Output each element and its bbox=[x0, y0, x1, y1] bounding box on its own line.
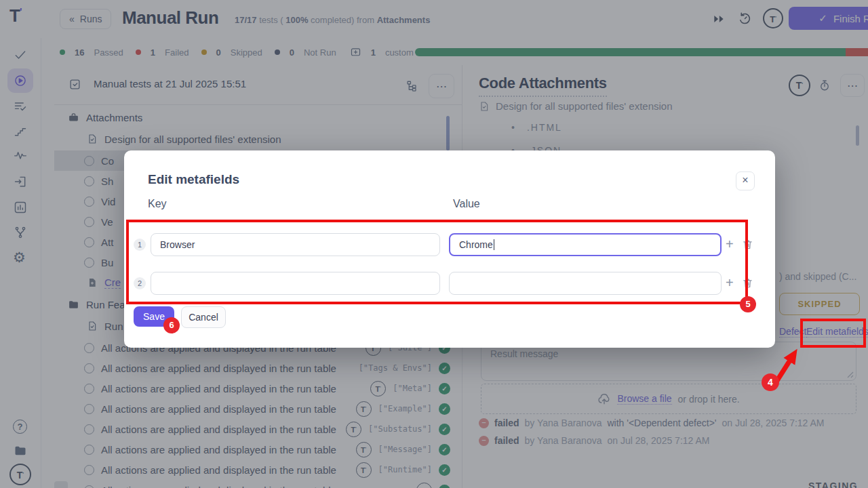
annotation-badge-6: 6 bbox=[163, 317, 180, 333]
key-column-header: Key bbox=[148, 198, 167, 210]
annotation-arrow-step4 bbox=[746, 339, 814, 400]
annotation-badge-5: 5 bbox=[740, 296, 756, 312]
annotation-badge-4: 4 bbox=[762, 373, 779, 391]
modal-title: Edit metafields bbox=[148, 172, 239, 187]
cancel-button[interactable]: Cancel bbox=[181, 306, 226, 328]
close-icon: × bbox=[742, 174, 748, 186]
edit-metafields-modal: Edit metafields × Key Value 1 Browser Ch… bbox=[124, 150, 775, 348]
value-column-header: Value bbox=[453, 198, 480, 210]
modal-close-button[interactable]: × bbox=[736, 171, 755, 190]
annotation-box-step5 bbox=[126, 220, 748, 304]
app-root: T' ⚙ ? T' « bbox=[0, 0, 868, 488]
